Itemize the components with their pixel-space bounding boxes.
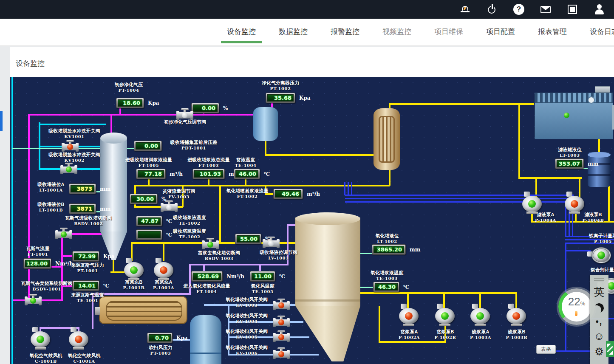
device-label: 氧化塔吹扫风开关阀KV-1006 [220,345,273,356]
device-label: 氧化空气鼓风机C-1001A [61,353,108,364]
smiley-icon[interactable]: ☺ [591,328,607,344]
ime-drag-handle[interactable] [594,280,604,281]
gauge-unit: mm [410,247,420,253]
gear-icon[interactable]: ⚙ [591,344,607,359]
valve-status-green [66,166,72,172]
led-gauge-lt-1003: 353.07mm [555,158,598,169]
pipe [389,103,534,105]
pump-c-1001b[interactable] [30,330,51,349]
fullscreen-icon[interactable] [567,4,578,15]
moon-icon[interactable] [594,302,605,314]
valve-kv-1003[interactable] [274,299,289,311]
table-button[interactable]: 表格 [536,345,556,354]
valve-kv1001[interactable] [62,140,78,153]
machine-top-box [595,86,610,93]
topbar-icons: ? [460,0,605,19]
led-gauge-pt-1002: 35.68Kpa [266,93,311,103]
tab-report-management[interactable]: 报表管理 [535,19,569,46]
pipe [163,242,164,261]
pump-status-red [405,312,413,320]
tab-device-monitor[interactable]: 设备监控 [224,19,258,46]
pump-p-1005[interactable] [591,245,612,265]
gauge-unit: Kpa [176,335,188,341]
expand-button[interactable] [606,341,614,357]
pipe [62,255,73,257]
pump-p-1004a[interactable] [521,194,543,214]
pipe [351,182,352,195]
pump-p-1002b[interactable] [434,306,456,326]
thermometer-icon [575,311,577,316]
device-label: 氧化塔液位LT-1002 [366,233,408,244]
device-label: 来源瓦斯气温度TE-1001 [64,292,111,303]
power-icon[interactable] [487,4,498,15]
device-label: 吸收塔液位BLT-1001B [34,202,68,213]
led-gauge-pt-1004: 18.60Kpa [116,98,159,108]
gauge-unit: m³/h [170,171,183,177]
pipe [359,287,374,288]
valve-bsdv-1001[interactable] [25,294,41,307]
valve-status-gray [182,112,188,118]
machine-fins [535,93,613,103]
valve-status-green [30,298,36,304]
device-label: 吸收塔脱盐水冲洗开关阀KV1002 [36,152,113,163]
gauge-value: 46.30 [375,283,398,291]
ime-drag-handle[interactable] [594,278,604,279]
pump-p-1001a[interactable] [153,260,174,280]
pipe [348,182,349,195]
pipe [265,140,266,156]
valve-status-green [61,231,67,237]
device-label: 滤液泵BP-1004B [578,212,608,223]
valve-status-red [278,319,284,325]
gauge-face: 22% [562,292,591,322]
valve-bsdv-1003[interactable] [203,238,218,251]
gauge-value: 30.00 [131,195,156,203]
valve-kv1002[interactable] [61,163,76,175]
device-label: 氧化塔吹扫风开关阀KV-1003 [220,297,273,308]
tab-device-log[interactable]: 设备日志 [587,19,614,46]
device-label: 滤液泵AP-1004A [531,212,560,223]
main-nav: 设备监控 数据监控 报警监控 视频监控 项目维保 项目配置 报表管理 设备日志 [0,19,614,46]
pump-p-1003b[interactable] [506,306,527,326]
pump-status-red [571,200,578,208]
pipe [565,250,591,251]
valve-status-red [67,144,73,150]
tab-project-maintenance[interactable]: 项目维保 [432,19,466,46]
device-label: 贫浆泵AP-1002A [394,329,424,340]
pump-p-1001b[interactable] [123,260,144,280]
pump-status-green [528,200,536,208]
mail-icon[interactable] [540,4,551,15]
led-gauge: 0.00% [191,103,228,113]
help-icon[interactable]: ? [513,4,524,15]
pipe [39,124,106,125]
tab-alarm-monitor[interactable]: 报警监控 [328,19,362,46]
device-label: 氧化塔吹扫风开关阀KV-1005 [220,329,273,340]
pump-p-1004b[interactable] [564,194,585,214]
pump-p-1003a[interactable] [470,306,491,326]
pipe [29,114,254,116]
valve-kv-1005[interactable] [274,330,289,343]
valve-status-gray [268,240,274,246]
valve-lv-1001[interactable] [263,237,279,249]
gauge-unit: mm [588,161,598,167]
expand-arrows-icon [607,346,613,353]
pump-c-1001a[interactable] [68,330,89,349]
device-label: 进吸收塔喷淋浆液流量FT-1005 [119,157,178,168]
gauge-value: 49.46 [275,190,301,198]
device-label: 氧化风温度TE-1005 [241,283,284,294]
tab-project-config[interactable]: 项目配置 [484,19,518,46]
tab-data-monitor[interactable]: 数据监控 [276,19,310,46]
valve-fv-1003[interactable] [161,200,177,213]
tab-video-monitor[interactable]: 视频监控 [380,19,414,46]
user-icon[interactable] [594,4,605,15]
valve-kv-1006[interactable] [274,347,289,360]
valve-kv-1004[interactable] [274,316,289,328]
alarm-light-icon[interactable] [460,4,471,15]
valve-bsdv-1002[interactable] [56,228,71,240]
led-gauge-ft-1004: 528.69Nm³/h [191,271,244,282]
pump-p-1002a[interactable] [398,306,419,326]
gauge-unit: ℃ [279,274,285,279]
punctuation-icon[interactable]: •, [591,315,607,328]
gauge-value: 3871 [71,205,94,212]
ime-language-toggle[interactable]: 英 [591,285,607,299]
gauge-value: 18.60 [118,99,142,107]
